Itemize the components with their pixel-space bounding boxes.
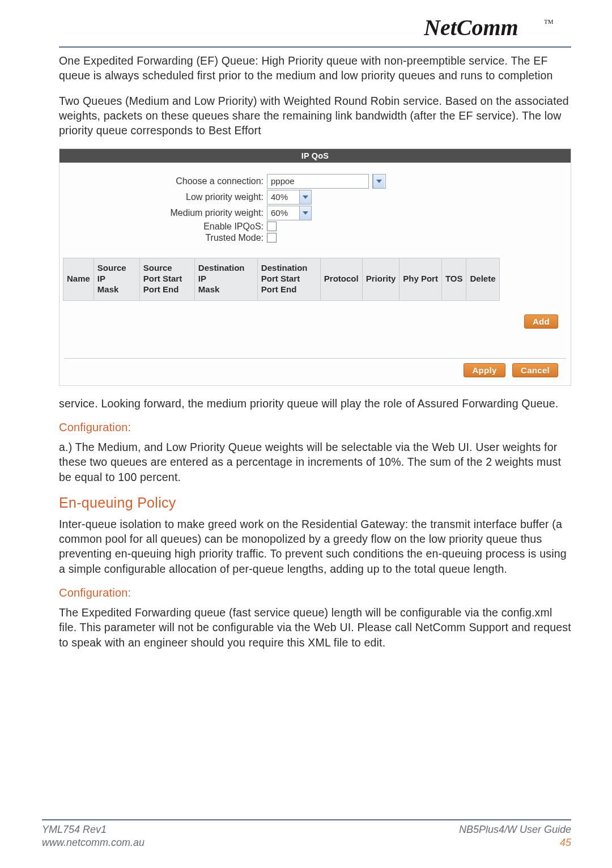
chevron-down-icon [373,175,385,188]
col-dest-port: DestinationPort StartPort End [257,258,320,300]
intro-paragraph-2: Two Queues (Medium and Low Priority) wit… [59,93,571,138]
col-tos: TOS [441,258,466,300]
enqueuing-policy-heading: En-queuing Policy [59,495,571,511]
col-source-port: SourcePort StartPort End [139,258,194,300]
low-weight-select[interactable]: 40% [267,190,312,205]
footer-divider [42,819,571,820]
add-button[interactable]: Add [524,314,558,329]
col-delete: Delete [466,258,499,300]
enable-ipqos-checkbox[interactable] [267,222,277,231]
chevron-down-icon [299,206,311,220]
panel-title: IP QoS [60,149,571,163]
logo-text: NetComm [424,15,518,40]
footer-rev: YML754 Rev1 [42,824,107,836]
connection-value: pppoe [267,175,368,188]
svg-marker-2 [303,211,308,215]
svg-marker-1 [303,195,308,199]
chevron-down-icon [299,190,311,204]
cancel-button[interactable]: Cancel [512,363,558,377]
panel-divider [64,358,566,359]
table-header-row: Name SourceIPMask SourcePort StartPort E… [63,258,500,300]
connection-label: Choose a connection: [60,176,267,186]
enable-ipqos-label: Enable IPQoS: [60,222,267,232]
med-weight-select[interactable]: 60% [267,206,312,220]
intro-paragraph-1: One Expedited Forwarding (EF) Queue: Hig… [59,53,571,83]
low-weight-value: 40% [267,190,299,204]
configuration-paragraph-1: a.) The Medium, and Low Priority Queue w… [59,440,571,484]
col-dest-ip: DestinationIPMask [194,258,257,300]
col-source-ip: SourceIPMask [94,258,139,300]
col-phy-port: Phy Port [400,258,442,300]
configuration-heading-2: Configuration: [59,586,571,599]
col-priority: Priority [362,258,400,300]
footer-url: www.netcomm.com.au [42,837,144,849]
footer-page-number: 45 [560,837,571,849]
page-footer: YML754 Rev1 NB5Plus4/W User Guide www.ne… [42,819,571,849]
enqueuing-policy-paragraph: Inter-queue isolation to make greed work… [59,517,571,576]
med-weight-label: Medium priority weight: [60,208,267,218]
configuration-heading-1: Configuration: [59,421,571,434]
logo-tm: TM [544,18,554,25]
med-weight-value: 60% [267,206,299,220]
trusted-mode-label: Trusted Mode: [60,233,267,243]
apply-button[interactable]: Apply [464,363,505,377]
col-name: Name [63,258,94,300]
col-protocol: Protocol [320,258,362,300]
after-panel-paragraph: service. Looking forward, the medium pri… [59,396,571,411]
configuration-paragraph-2: The Expedited Forwarding queue (fast ser… [59,605,571,650]
ip-qos-panel: IP QoS Choose a connection: pppoe Low pr… [59,148,571,386]
connection-input[interactable]: pppoe [267,174,369,189]
brand-logo: NetComm TM [59,15,571,44]
connection-dropdown[interactable] [372,174,386,189]
qos-rules-table: Name SourceIPMask SourcePort StartPort E… [63,258,500,301]
header-divider [59,46,571,48]
trusted-mode-checkbox[interactable] [267,233,277,242]
svg-marker-0 [376,180,382,183]
footer-guide: NB5Plus4/W User Guide [459,824,571,836]
low-weight-label: Low priority weight: [60,192,267,202]
